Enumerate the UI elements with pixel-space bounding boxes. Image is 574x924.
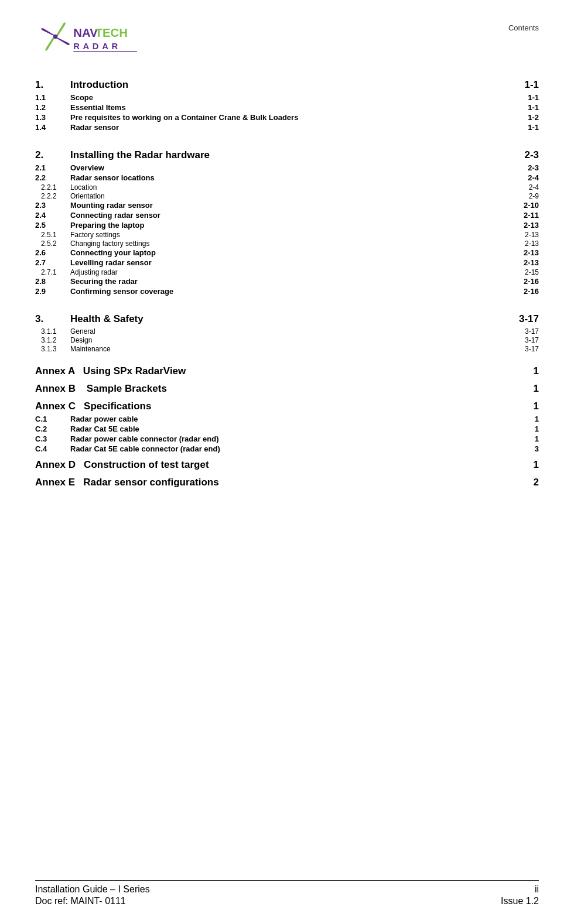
footer-right: ii Issue 1.2 [501,884,539,906]
toc-row-2-9: 2.9 Confirming sensor coverage 2-16 [35,287,539,296]
toc-row-2-8: 2.8 Securing the radar 2-16 [35,277,539,286]
section-2-title: Installing the Radar hardware [70,149,504,161]
section-3-page: 3-17 [504,313,539,325]
toc-row-2-5-1: 2.5.1 Factory settings 2-13 [35,231,539,239]
toc-row-2-3: 2.3 Mounting radar sensor 2-10 [35,201,539,210]
toc-annex-a: Annex A Using SPx RadarView 1 [35,365,539,377]
toc-row-c4: C.4 Radar Cat 5E cable connector (radar … [35,444,539,453]
toc-row-2-4: 2.4 Connecting radar sensor 2-11 [35,211,539,220]
toc-row-3-1-2: 3.1.2 Design 3-17 [35,336,539,344]
toc-row-3-1-1: 3.1.1 General 3-17 [35,327,539,336]
toc-annex-b: Annex B Sample Brackets 1 [35,383,539,395]
toc-section-2: 2. Installing the Radar hardware 2-3 [35,149,539,161]
toc-annex-c: Annex C Specifications 1 [35,401,539,412]
annex-a-page: 1 [504,365,539,377]
footer-issue: Issue 1.2 [501,896,539,906]
toc-body: 1. Introduction 1-1 1.1 Scope 1-1 1.2 Es… [35,79,539,488]
footer-doc-ref: Doc ref: MAINT- 0111 [35,896,150,906]
toc-row-1-2: 1.2 Essential Items 1-1 [35,103,539,112]
toc-row-c3: C.3 Radar power cable connector (radar e… [35,434,539,443]
toc-row-c2: C.2 Radar Cat 5E cable 1 [35,425,539,433]
svg-text:RADAR: RADAR [73,42,121,51]
toc-section-3: 3. Health & Safety 3-17 [35,313,539,325]
annex-c-page: 1 [504,401,539,412]
logo-area: NAV TECH RADAR [35,18,146,56]
section-3-number: 3. [35,313,70,325]
annex-e-page: 2 [504,477,539,488]
toc-row-2-2: 2.2 Radar sensor locations 2-4 [35,173,539,182]
footer-doc-title: Installation Guide – I Series [35,884,150,895]
annex-d-page: 1 [504,459,539,471]
toc-row-2-7: 2.7 Levelling radar sensor 2-13 [35,258,539,267]
toc-row-2-2-2: 2.2.2 Orientation 2-9 [35,192,539,200]
section-1-title: Introduction [70,79,504,91]
section-1-page: 1-1 [504,79,539,91]
footer-left: Installation Guide – I Series Doc ref: M… [35,884,150,906]
toc-row-2-2-1: 2.2.1 Location 2-4 [35,183,539,191]
section-3-title: Health & Safety [70,313,504,325]
svg-point-0 [53,35,57,39]
svg-text:NAV: NAV [73,26,98,39]
section-1-number: 1. [35,79,70,91]
toc-row-2-1: 2.1 Overview 2-3 [35,163,539,172]
page-container: NAV TECH RADAR Contents 1. Introduction … [0,0,574,924]
navtech-radar-logo: NAV TECH RADAR [35,18,146,56]
annex-b-page: 1 [504,383,539,395]
toc-row-1-4: 1.4 Radar sensor 1-1 [35,123,539,132]
annex-a-title: Annex A Using SPx RadarView [35,365,504,377]
toc-row-1-3: 1.3 Pre requisites to working on a Conta… [35,113,539,122]
toc-row-c1: C.1 Radar power cable 1 [35,415,539,423]
toc-row-2-7-1: 2.7.1 Adjusting radar 2-15 [35,268,539,276]
toc-section-1: 1. Introduction 1-1 [35,79,539,91]
annex-c-title: Annex C Specifications [35,401,504,412]
toc-row-2-5: 2.5 Preparing the laptop 2-13 [35,221,539,230]
section-2-page: 2-3 [504,149,539,161]
toc-row-2-5-2: 2.5.2 Changing factory settings 2-13 [35,239,539,248]
toc-annex-e: Annex E Radar sensor configurations 2 [35,477,539,488]
section-2-number: 2. [35,149,70,161]
annex-e-title: Annex E Radar sensor configurations [35,477,504,488]
footer: Installation Guide – I Series Doc ref: M… [35,880,539,906]
toc-annex-d: Annex D Construction of test target 1 [35,459,539,471]
svg-text:TECH: TECH [95,26,128,39]
toc-row-3-1-3: 3.1.3 Maintenance 3-17 [35,345,539,353]
header: NAV TECH RADAR Contents [35,18,539,56]
toc-row-1-1: 1.1 Scope 1-1 [35,93,539,102]
toc-row-2-6: 2.6 Connecting your laptop 2-13 [35,248,539,257]
annex-d-title: Annex D Construction of test target [35,459,504,471]
annex-b-title: Annex B Sample Brackets [35,383,504,395]
header-contents-label: Contents [508,18,539,32]
footer-page-number: ii [535,884,539,895]
